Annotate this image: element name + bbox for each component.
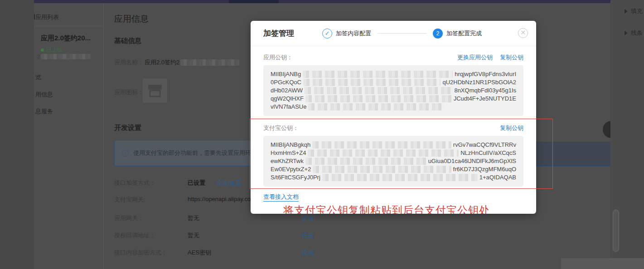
close-icon[interactable]: ✕ — [518, 28, 528, 38]
app-id-redacted: 2 — [37, 54, 91, 59]
row-app-gateway-value: 暂无 — [188, 214, 199, 222]
modal-header: 加签管理 ✓ 加签内容配置 2 加签配置完成 ✕ — [251, 21, 536, 46]
panel-line-label: 线条 — [631, 29, 643, 37]
app-name-value: 应用2.0签约2 — [145, 58, 239, 67]
redaction-block — [305, 87, 452, 94]
key-text: NLzHnCulIV/aXCqcS — [460, 149, 516, 157]
redaction-block — [308, 103, 444, 110]
key-line: S/t6FltCSGFyJ0Prj1+aQIDAQAB — [271, 173, 516, 182]
step-1-label: 加签内容配置 — [336, 29, 371, 38]
redaction-block — [312, 141, 451, 149]
key-text: 0PGcKQoC — [271, 78, 301, 86]
row-callback-value: 暂无 — [188, 231, 199, 240]
key-line: MIIBIjANBghrqjwpfGV8pFdns3vlurI — [271, 70, 516, 78]
key-text: HxmHmS+Z4 — [271, 149, 306, 157]
triangle-right-icon — [625, 31, 628, 35]
step-2-number: 2 — [433, 29, 443, 38]
editor-canvas: 应用列表 应用2.0签约20... 已上线 2 览 用信息 息服务 应用信息 基… — [0, 0, 644, 269]
redaction-block — [41, 54, 91, 59]
sidebar-item-overview[interactable]: 览 — [35, 73, 41, 82]
sidebar-item-message-service[interactable]: 息服务 — [35, 107, 53, 115]
modal-title: 加签管理 — [263, 28, 294, 38]
row-sign-method-link[interactable]: 设置/查看 — [216, 179, 242, 187]
step-connector — [378, 33, 426, 34]
scrollbar-thumb[interactable] — [613, 210, 619, 252]
key-text: fr6KD7J3QzgMFM6uqO — [453, 165, 516, 173]
basic-info-heading: 基础信息 — [114, 37, 141, 45]
redaction-block — [305, 158, 426, 165]
app-key-box: MIIBIjANBghrqjwpfGV8pFdns3vlurI 0PGcKQoC… — [263, 65, 523, 116]
app-icon — [143, 78, 167, 103]
step-2-label: 加签配置完成 — [446, 29, 482, 38]
panel-fill-label: 填充 — [631, 7, 643, 15]
replace-app-key-link[interactable]: 更换应用公钥 — [457, 53, 493, 62]
clipped-glyph — [34, 14, 35, 19]
key-text: qU2HDbNz1NR1PSbGOlA2 — [442, 78, 516, 86]
key-text: qgW2QlHXF — [271, 95, 304, 103]
redaction-block — [180, 59, 239, 66]
key-line: vlVN7faASUe — [271, 103, 516, 111]
key-text: vlVN7faASUe — [271, 103, 306, 111]
row-encrypt-value: AES密钥 — [188, 249, 211, 257]
app-status: 已上线 — [41, 46, 63, 54]
copy-alipay-key-link[interactable]: 复制公钥 — [500, 124, 523, 132]
key-text: 1+aQIDAQAB — [479, 173, 516, 182]
statusbar-corner — [561, 258, 644, 269]
key-text: MIIBIjANBg — [271, 70, 301, 78]
step-1: ✓ 加签内容配置 — [322, 29, 371, 38]
status-dot-icon — [41, 48, 44, 52]
sign-management-modal: 加签管理 ✓ 加签内容配置 2 加签配置完成 ✕ 应用公钥： 更换应用公钥 复制 — [251, 21, 536, 214]
key-text: JCudt4F+Je5NUTYD1E — [454, 95, 516, 103]
key-text: S/t6FltCSGFyJ0Prj — [271, 173, 320, 182]
annotation-text: 将支付宝公钥复制粘贴到后台支付宝公钥处 — [283, 203, 523, 214]
console-topbar — [34, 0, 610, 3]
key-text: Ew0EVpytxZ+2 — [271, 165, 311, 173]
key-text: ewKhZRTwk — [271, 157, 304, 165]
dev-settings-heading: 开发设置 — [114, 124, 141, 132]
sidebar-app-title[interactable]: 应用2.0签约20... — [41, 34, 102, 43]
app-id-prefix: 2 — [37, 54, 40, 59]
dimmed-banner-band — [536, 142, 610, 166]
row-encrypt-label: 接口内容加密方式： — [114, 249, 167, 257]
sidebar-item-app-info[interactable]: 用信息 — [35, 91, 53, 99]
key-line: dHb02AWW8nXQmqbFdl03y45g1Is — [271, 86, 516, 95]
key-text: 8nXQmqbFdl03y45g1Is — [454, 86, 516, 95]
storefront-icon — [147, 84, 163, 97]
key-text: MIIBIjANBgkqh — [271, 141, 310, 149]
key-text: rvGv7waCQCf9VLTRRv — [453, 141, 516, 149]
sidebar-section-title: 应用列表 — [35, 13, 59, 21]
row-encrypt-link[interactable]: 设置 — [302, 249, 314, 257]
app-name-text: 应用2.0签约2 — [145, 58, 179, 67]
app-name-label: 应用名称： — [114, 58, 144, 67]
triangle-right-icon — [625, 9, 628, 14]
key-line: 0PGcKQoCqU2HDbNz1NR1PSbGOlA2 — [271, 78, 516, 86]
alipay-key-label: 支付宝公钥： — [263, 124, 299, 132]
redaction-block — [308, 149, 459, 157]
view-doc-link[interactable]: 查看接入文档 — [263, 193, 299, 202]
row-sign-method-value: 已设置 — [188, 179, 205, 187]
redaction-block — [305, 95, 452, 102]
alipay-key-header: 支付宝公钥： 复制公钥 — [263, 124, 523, 132]
panel-item-fill[interactable]: 填充 — [625, 7, 643, 15]
alipay-key-box: MIIBIjANBgkqhrvGv7waCQCf9VLTRRv HxmHmS+Z… — [263, 136, 523, 187]
key-text: dHb02AWW — [271, 86, 303, 95]
modal-body: 应用公钥： 更换应用公钥 复制公钥 MIIBIjANBghrqjwpfGV8pF… — [251, 46, 536, 214]
key-line: HxmHmS+Z4NLzHnCulIV/aXCqcS — [271, 149, 516, 157]
key-text: uGiua0D1ca46lJNDlFkJ6mGpXlS — [428, 157, 516, 165]
row-app-gateway-link[interactable]: 设置 — [302, 214, 314, 222]
sidebar: 应用列表 应用2.0签约20... 已上线 2 览 用信息 息服务 — [34, 3, 103, 269]
panel-item-line[interactable]: 线条 — [625, 29, 643, 37]
redaction-block — [322, 174, 478, 181]
app-key-header: 应用公钥： 更换应用公钥 复制公钥 — [263, 53, 523, 62]
row-sign-method-label: 接口加签方式： — [114, 179, 155, 187]
key-text: hrqjwpfGV8pFdns3vlurI — [455, 70, 516, 78]
key-line: MIIBIjANBgkqhrvGv7waCQCf9VLTRRv — [271, 141, 516, 149]
row-gateway-label: 支付宝网关: — [114, 196, 145, 204]
redaction-block — [303, 79, 441, 86]
row-callback-link[interactable]: 设置 — [302, 231, 314, 240]
redaction-block — [313, 166, 451, 173]
app-key-label: 应用公钥： — [263, 53, 293, 62]
row-app-gateway-label: 应用网关： — [114, 214, 144, 222]
step-indicator: ✓ 加签内容配置 2 加签配置完成 — [322, 29, 482, 38]
copy-app-key-link[interactable]: 复制公钥 — [500, 53, 523, 62]
